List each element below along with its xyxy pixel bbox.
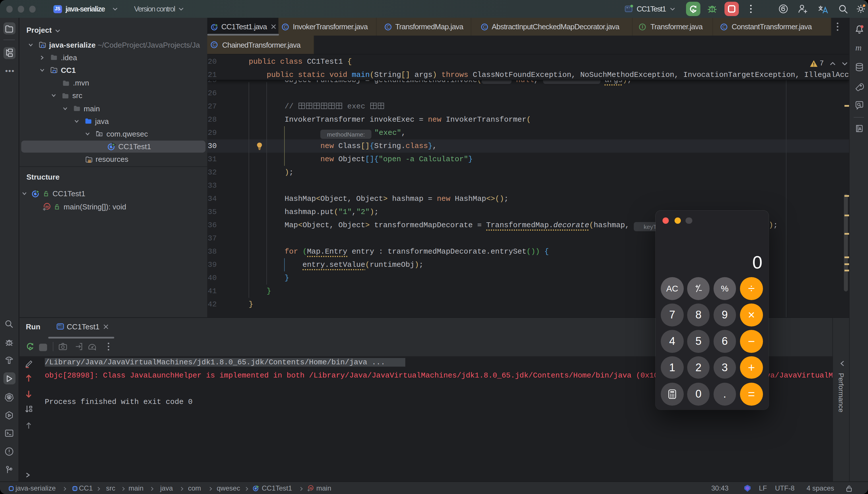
svg-text:C: C bbox=[284, 24, 287, 29]
svg-text:C: C bbox=[722, 24, 725, 29]
svg-text:m: m bbox=[45, 204, 49, 209]
svg-text:C: C bbox=[213, 42, 216, 48]
svg-text:m: m bbox=[310, 486, 312, 490]
svg-text:C: C bbox=[386, 24, 389, 29]
svg-text:I: I bbox=[642, 24, 643, 29]
svg-text:C: C bbox=[483, 24, 486, 29]
